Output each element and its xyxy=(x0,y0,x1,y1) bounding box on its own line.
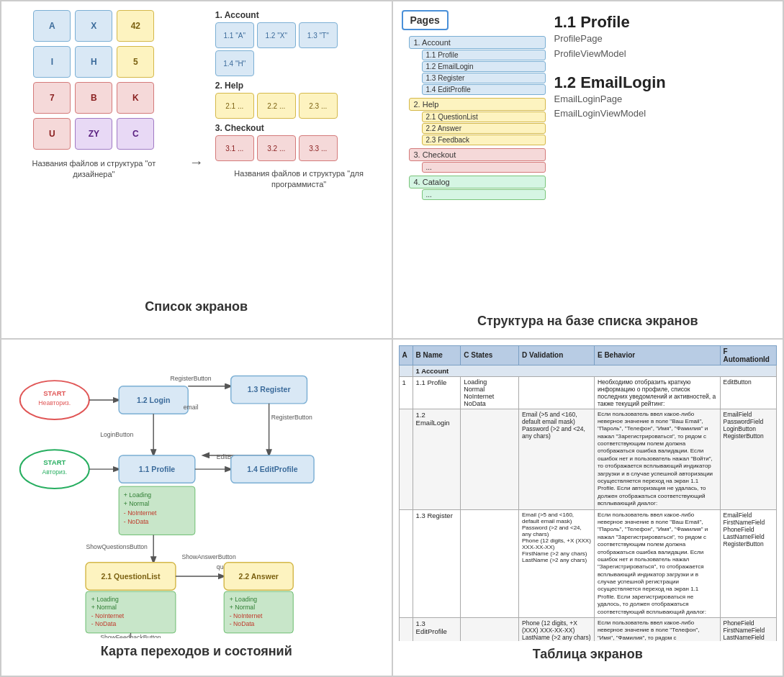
svg-text:+ Normal: + Normal xyxy=(124,500,149,507)
card-zy: ZY xyxy=(75,118,112,150)
card-a: A xyxy=(33,10,71,42)
td-account-section: 1 Account xyxy=(413,365,776,376)
programmer-section: 1. Account 1.1 "A" 1.2 "X" 1.3 "T" 1.4 "… xyxy=(215,10,383,294)
td-behavior: Если пользователь ввел какое-либо неверн… xyxy=(594,509,720,617)
table-row: 1 Account xyxy=(399,365,777,376)
tree-answer: 2.2 Answer xyxy=(422,123,546,134)
programmer-label: Названия файлов и структура "для програм… xyxy=(215,168,383,191)
svg-text:Неавториз.: Неавториз. xyxy=(38,399,71,406)
group-checkout-row1: 3.1 ... 3.2 ... 3.3 ... xyxy=(215,135,383,161)
card-c: C xyxy=(117,118,154,150)
svg-text:+ Loading: + Loading xyxy=(91,595,119,602)
pages-tree: Pages 1. Account 1.1 Profile 1.2 EmailLo… xyxy=(402,10,546,308)
td-a xyxy=(399,365,413,376)
td-num: 1 xyxy=(399,376,413,409)
group-account: 1. Account 1.1 "A" 1.2 "X" 1.3 "T" 1.4 "… xyxy=(215,10,383,76)
svg-text:- NoInternet: - NoInternet xyxy=(91,612,125,619)
group-account-row2: 1.4 "H" xyxy=(215,50,383,76)
svg-text:Авториз.: Авториз. xyxy=(42,468,67,475)
td-validation: Phone (12 digits, +X (XXX) XXX-XX-XX)Las… xyxy=(519,618,595,641)
svg-text:- NoInternet: - NoInternet xyxy=(230,612,263,619)
td-name: 1.3 EditProfile xyxy=(413,618,461,641)
td-states xyxy=(461,618,519,641)
q1-title: Список экранов xyxy=(10,299,383,314)
arrow-right: → xyxy=(189,10,204,294)
desc-emaillogin-main: 1.2 EmailLogin xyxy=(554,73,775,92)
svg-text:- NoInternet: - NoInternet xyxy=(124,509,157,516)
card-42: 42 xyxy=(117,10,154,42)
svg-text:ShowAnswerButton: ShowAnswerButton xyxy=(181,553,235,560)
quadrant-table: A B Name C States D Validation E Behavio… xyxy=(392,339,784,677)
td-behavior: Необходимо отобразить краткую информацию… xyxy=(594,376,720,409)
td-automation: EditButton xyxy=(720,376,777,409)
desc-profile-main: 1.1 Profile xyxy=(554,13,775,32)
th-f: F AutomationId xyxy=(720,345,777,365)
svg-text:1.4 EditProfile: 1.4 EditProfile xyxy=(247,464,297,473)
svg-text:1.1 Profile: 1.1 Profile xyxy=(139,464,176,473)
svg-text:2.2 Answer: 2.2 Answer xyxy=(239,571,279,580)
prog-card-3-3: 3.3 ... xyxy=(299,135,338,161)
designer-section: A X 42 I H 5 7 B K U ZY C Названия файло… xyxy=(10,10,178,294)
designer-label: Названия файлов и структура "от дизайнер… xyxy=(10,158,178,181)
tree-register: 1.3 Register xyxy=(422,73,546,83)
table-row: 1.2 EmailLogin Email (>5 and <160, defau… xyxy=(399,409,777,509)
svg-text:- NoData: - NoData xyxy=(230,620,255,627)
td-num xyxy=(399,509,413,617)
tree-checkout: 3. Checkout xyxy=(409,148,546,161)
td-behavior: Если пользователь ввел какое-либо неверн… xyxy=(594,618,720,641)
table-wrapper: A B Name C States D Validation E Behavio… xyxy=(399,345,778,642)
group-checkout-title: 3. Checkout xyxy=(215,123,383,133)
svg-text:- NoData: - NoData xyxy=(124,518,149,525)
svg-text:START: START xyxy=(43,458,66,466)
prog-card-1-3: 1.3 "T" xyxy=(299,22,338,48)
desc-emaillogin: 1.2 EmailLogin EmailLoginPage EmailLogin… xyxy=(554,73,775,122)
svg-text:+ Normal: + Normal xyxy=(230,604,255,611)
svg-text:+ Loading: + Loading xyxy=(124,491,151,498)
q2-descriptions: 1.1 Profile ProfilePage ProfileViewModel… xyxy=(554,10,775,308)
prog-card-3-1: 3.1 ... xyxy=(215,135,254,161)
group-checkout: 3. Checkout 3.1 ... 3.2 ... 3.3 ... xyxy=(215,123,383,161)
prog-card-1-1: 1.1 "A" xyxy=(215,22,254,48)
svg-text:2.1 QuestionList: 2.1 QuestionList xyxy=(101,571,161,580)
tree-catalog-dots: ... xyxy=(422,189,546,200)
td-automation: EmailFieldPasswordFieldLoginButtonRegist… xyxy=(720,409,777,509)
main-grid: A X 42 I H 5 7 B K U ZY C Названия файло… xyxy=(0,0,784,677)
tree-checkout-dots: ... xyxy=(422,162,546,173)
td-name: 1.1 Profile xyxy=(413,376,461,409)
pages-box: Pages xyxy=(402,10,449,30)
td-states xyxy=(461,409,519,509)
td-num xyxy=(399,409,413,509)
svg-text:1.2 Login: 1.2 Login xyxy=(137,395,170,404)
td-automation: PhoneFieldFirstNameFieldLastNameFieldSav… xyxy=(720,618,777,641)
table-row: 1 1.1 Profile LoadingNormalNoInternetNoD… xyxy=(399,376,777,409)
group-account-row1: 1.1 "A" 1.2 "X" 1.3 "T" xyxy=(215,22,383,48)
card-k: K xyxy=(117,82,154,114)
svg-text:+ Loading: + Loading xyxy=(230,595,257,602)
table-row: 1.3 EditProfile Phone (12 digits, +X (XX… xyxy=(399,618,777,641)
card-h: H xyxy=(75,46,112,78)
svg-text:LoginButton: LoginButton xyxy=(100,430,133,437)
group-help-title: 2. Help xyxy=(215,81,383,91)
tree-questionlist: 2.1 QuestionList xyxy=(422,112,546,122)
tree-feedback: 2.3 Feedback xyxy=(422,135,546,145)
td-states: LoadingNormalNoInternetNoData xyxy=(461,376,519,409)
svg-text:START: START xyxy=(43,389,66,397)
td-automation: EmailFieldFirstNameFieldPhoneFieldLastNa… xyxy=(720,509,777,617)
card-b: B xyxy=(75,82,112,114)
th-c: C States xyxy=(461,345,519,365)
tree-emaillogin: 1.2 EmailLogin xyxy=(422,61,546,72)
card-i: I xyxy=(33,46,71,78)
flow-diagram: START Неавториз. 1.2 Login RegisterButto… xyxy=(10,348,383,639)
desc-emaillogin-sub1: EmailLoginPage xyxy=(554,92,775,107)
th-d: D Validation xyxy=(519,345,595,365)
desc-profile-sub1: ProfilePage xyxy=(554,32,775,47)
card-u: U xyxy=(33,118,71,150)
td-name: 1.3 Register xyxy=(413,509,461,617)
svg-text:1.3 Register: 1.3 Register xyxy=(248,385,291,394)
tree-catalog: 4. Catalog xyxy=(409,176,546,188)
tree-account: 1. Account xyxy=(409,36,546,49)
group-account-title: 1. Account xyxy=(215,10,383,20)
td-states xyxy=(461,509,519,617)
td-validation: Email (>5 and <160, default email mask)P… xyxy=(519,509,595,617)
th-b: B Name xyxy=(413,345,461,365)
